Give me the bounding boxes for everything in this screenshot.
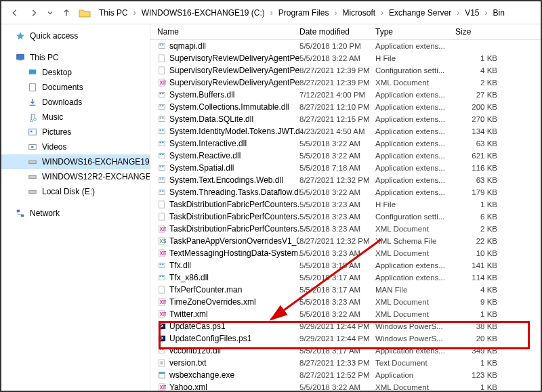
crumb[interactable]: Program Files: [276, 7, 332, 19]
chevron-right-icon: ›: [333, 8, 338, 18]
file-row[interactable]: TaskDistributionFabricPerfCounters.h5/5/…: [150, 198, 541, 211]
documents[interactable]: Documents: [1, 80, 150, 95]
file-name: System.IdentityModel.Tokens.JWT.dll: [169, 127, 299, 136]
drive-d[interactable]: WINDOWS12R2-EXCHANGE13 (D:): [1, 169, 150, 184]
drive-icon: [27, 156, 38, 167]
drive-e[interactable]: Local Disk (E:): [1, 184, 150, 199]
col-type[interactable]: Type: [375, 27, 455, 37]
file-row[interactable]: System.Spatial.dll5/5/2018 7:18 AMApplic…: [150, 162, 541, 174]
file-size: 10 KB: [455, 249, 503, 257]
file-size: 4 KB: [455, 286, 503, 294]
file-row[interactable]: vccorlib120.dll5/5/2018 3:17 AMApplicati…: [150, 345, 541, 357]
file-date: 5/5/2018 3:17 AM: [299, 286, 375, 294]
file-row[interactable]: xmlTwitter.xml5/5/2018 3:22 AMXML Docume…: [150, 308, 541, 320]
h-icon: [157, 53, 167, 63]
breadcrumb[interactable]: This PC›WINDOWS16-EXCHANGE19 (C:)›Progra…: [96, 7, 507, 19]
file-row[interactable]: Tfx.dll5/5/2018 3:18 AMApplication exten…: [150, 259, 541, 271]
up-button[interactable]: [60, 6, 73, 20]
videos[interactable]: Videos: [1, 139, 150, 154]
file-row[interactable]: TfxPerfCounter.man5/5/2018 3:17 AMMAN Fi…: [150, 284, 541, 296]
file-row[interactable]: TaskDistributionFabricPerfCounters.ini5/…: [150, 211, 541, 223]
crumb[interactable]: This PC: [96, 7, 131, 19]
network[interactable]: Network: [1, 206, 150, 221]
file-row[interactable]: sqmapi.dll5/5/2018 1:20 PMApplication ex…: [150, 40, 541, 52]
svg-rect-36: [162, 154, 164, 155]
file-row[interactable]: System.Collections.Immutable.dll8/27/202…: [150, 101, 541, 113]
file-date: 5/5/2018 3:22 AM: [299, 383, 375, 391]
file-size: 1 KB: [455, 359, 503, 367]
file-row[interactable]: xsdTaskPaneAppVersionOverridesV1_0.xsd8/…: [150, 235, 541, 247]
file-row[interactable]: >_UpdateConfigFiles.ps19/29/2021 12:44 P…: [150, 332, 541, 345]
file-row[interactable]: System.Data.SQLite.dll8/27/2021 12:15 PM…: [150, 113, 541, 125]
file-type: XML Document: [375, 383, 455, 391]
file-date: 5/5/2018 3:23 AM: [299, 225, 375, 233]
file-size: 27 KB: [455, 91, 503, 99]
file-row[interactable]: System.Reactive.dll5/5/2018 3:22 AMAppli…: [150, 150, 541, 162]
drive-c[interactable]: WINDOWS16-EXCHANGE19 (C:): [1, 154, 150, 169]
file-type: Application extens...: [375, 188, 455, 196]
crumb[interactable]: Bin: [491, 7, 507, 19]
svg-rect-1: [18, 60, 22, 61]
file-date: 4/23/2021 4:50 AM: [299, 127, 375, 135]
svg-rect-77: [159, 372, 165, 374]
file-row[interactable]: xmlTimeZoneOverrides.xml5/5/2018 3:23 AM…: [150, 296, 541, 308]
file-row[interactable]: xmlYahoo.xml5/5/2018 3:22 AMXML Document…: [150, 381, 541, 391]
column-headers[interactable]: Name Date modified Type Size: [150, 24, 541, 40]
file-type: Application extens...: [375, 347, 455, 355]
file-row[interactable]: SupervisoryReviewDeliveryAgentPerfCou...…: [150, 64, 541, 77]
file-size: 270 KB: [455, 115, 503, 123]
ps1-icon: >_: [157, 322, 167, 331]
svg-rect-14: [162, 44, 164, 45]
file-row[interactable]: SupervisoryReviewDeliveryAgentPerfCou...…: [150, 52, 541, 64]
crumb[interactable]: Microsoft: [339, 7, 378, 19]
file-name: wsbexchange.exe: [169, 370, 234, 380]
col-date[interactable]: Date modified: [299, 27, 375, 37]
file-row[interactable]: System.Interactive.dll5/5/2018 3:22 AMAp…: [150, 137, 541, 150]
file-name: TaskDistributionFabricPerfCounters.ini: [169, 212, 299, 221]
downloads[interactable]: Downloads: [1, 95, 150, 110]
file-date: 5/5/2018 3:17 AM: [299, 274, 375, 282]
drive-e-label: Local Disk (E:): [42, 187, 95, 196]
music[interactable]: Music: [1, 110, 150, 125]
col-size[interactable]: Size: [455, 27, 503, 37]
forward-button[interactable]: [27, 6, 41, 20]
file-row[interactable]: >_UpdateCas.ps19/29/2021 12:44 PMWindows…: [150, 320, 541, 332]
svg-rect-46: [159, 201, 165, 208]
svg-rect-47: [159, 213, 165, 220]
back-button[interactable]: [8, 6, 22, 20]
file-date: 5/5/2018 3:23 AM: [299, 200, 375, 209]
drive-icon: [27, 171, 38, 182]
crumb[interactable]: V15: [462, 7, 482, 19]
desktop[interactable]: Desktop: [1, 65, 150, 80]
crumb[interactable]: Exchange Server: [386, 7, 454, 19]
file-row[interactable]: wsbexchange.exe8/27/2021 12:52 PMApplica…: [150, 369, 541, 381]
pictures[interactable]: Pictures: [1, 125, 150, 139]
file-row[interactable]: System.Text.Encodings.Web.dll8/27/2021 1…: [150, 174, 541, 186]
svg-rect-59: [162, 276, 164, 277]
file-row[interactable]: Tfx_x86.dll5/5/2018 3:17 AMApplication e…: [150, 271, 541, 284]
svg-text:xml: xml: [160, 310, 166, 318]
file-row[interactable]: System.IdentityModel.Tokens.JWT.dll4/23/…: [150, 125, 541, 137]
recent-dropdown[interactable]: [46, 6, 54, 20]
file-date: 5/5/2018 3:17 AM: [299, 347, 375, 355]
file-row[interactable]: xmlTextMessagingHostingData-System.xml5/…: [150, 247, 541, 259]
file-row[interactable]: xmlTaskDistributionFabricPerfCounters.xm…: [150, 223, 541, 235]
file-name: System.Reactive.dll: [169, 151, 241, 160]
file-date: 5/5/2018 3:23 AM: [299, 249, 375, 257]
svg-text:xsd: xsd: [160, 237, 166, 244]
dll-icon: [157, 127, 167, 136]
file-size: 621 KB: [455, 152, 503, 160]
col-name[interactable]: Name: [150, 27, 299, 37]
svg-rect-30: [162, 129, 164, 131]
file-row[interactable]: System.Buffers.dll7/12/2021 4:00 PMAppli…: [150, 89, 541, 101]
svg-rect-70: [160, 349, 162, 350]
file-row[interactable]: version.txt8/27/2021 12:33 PMText Docume…: [150, 357, 541, 369]
this-pc[interactable]: This PC: [1, 50, 150, 65]
file-type: Application extens...: [375, 91, 455, 99]
file-type: Application extens...: [375, 103, 455, 111]
quick-access[interactable]: Quick access: [1, 28, 150, 43]
crumb[interactable]: WINDOWS16-EXCHANGE19 (C:): [139, 7, 268, 19]
file-row[interactable]: System.Threading.Tasks.Dataflow.dll5/5/2…: [150, 186, 541, 198]
dll-icon: [157, 41, 167, 51]
file-row[interactable]: xmlSupervisoryReviewDeliveryAgentPerfCou…: [150, 77, 541, 89]
